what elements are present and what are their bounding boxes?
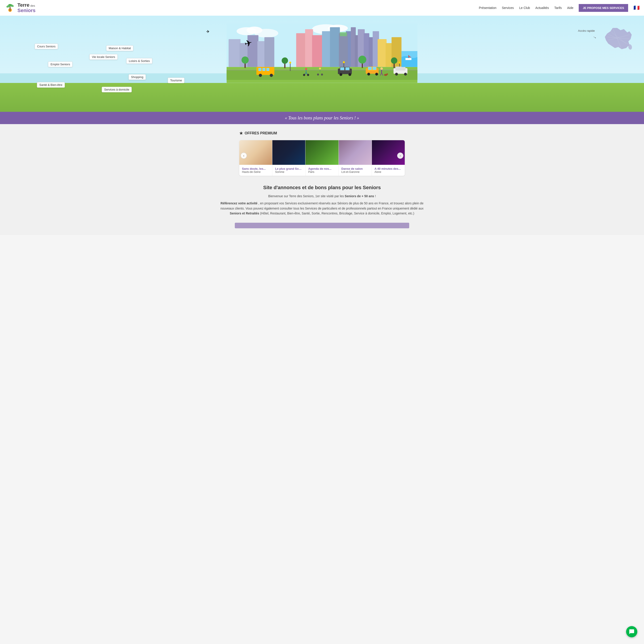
svg-rect-30: [378, 39, 387, 67]
svg-point-55: [259, 74, 262, 77]
label-vie-locale[interactable]: Vie locale Seniors: [89, 54, 118, 60]
svg-point-61: [339, 73, 342, 76]
svg-rect-16: [369, 37, 373, 67]
svg-rect-25: [312, 35, 323, 67]
svg-rect-65: [368, 67, 372, 70]
carousel-prev-button[interactable]: ‹: [241, 153, 247, 159]
carousel-title-5[interactable]: A 40 minutes des...: [375, 167, 402, 170]
svg-rect-29: [340, 32, 347, 36]
svg-point-62: [348, 73, 351, 76]
carousel-info-4: Danse de salon Lot-et-Garonne: [339, 165, 372, 176]
carousel: ‹ Sans doute, les... Hauts-de-Seine Le p…: [239, 140, 405, 176]
premium-section: ★ OFFRES PREMIUM ‹ Sans doute, les... Ha…: [235, 124, 409, 178]
carousel-img-3: [305, 140, 338, 165]
svg-rect-1: [10, 6, 11, 11]
carousel-info-2: Le plus grand Son... Somme: [272, 165, 305, 176]
logo-text: Terre des Seniors: [17, 2, 36, 13]
svg-point-88: [386, 73, 388, 75]
svg-rect-22: [264, 37, 274, 67]
carousel-img-4: [339, 140, 372, 165]
language-flag[interactable]: 🇫🇷: [633, 5, 640, 11]
premium-title: OFFRES PREMIUM: [245, 131, 277, 135]
nav-club[interactable]: Le Club: [519, 6, 530, 10]
svg-point-48: [343, 61, 345, 63]
label-shopping[interactable]: Shopping: [129, 74, 146, 80]
svg-rect-35: [227, 72, 417, 80]
nav-actualites[interactable]: Actualités: [535, 6, 549, 10]
svg-rect-60: [345, 68, 350, 70]
label-maison-habitat[interactable]: Maison & Habitat: [106, 45, 133, 51]
carousel-info-3: Agenda de nos... Paris: [305, 165, 338, 176]
svg-rect-52: [258, 68, 261, 71]
svg-rect-54: [266, 68, 269, 71]
svg-point-79: [319, 68, 321, 70]
carousel-location-1: Hauts-de-Seine: [242, 170, 269, 174]
svg-point-71: [395, 73, 398, 76]
svg-point-83: [380, 68, 383, 70]
svg-point-67: [367, 73, 370, 76]
svg-point-50: [398, 62, 400, 64]
svg-rect-53: [262, 68, 265, 71]
banner: « Tous les bons plans pour les Seniors !…: [0, 112, 644, 124]
carousel-next-button[interactable]: ›: [397, 153, 403, 159]
star-icon: ★: [239, 131, 243, 136]
nav-aide[interactable]: Aide: [567, 6, 573, 10]
acces-rapide-label: Accès rapide: [578, 29, 595, 32]
svg-rect-34: [227, 70, 417, 72]
description-section: Site d'annonces et de bons plans pour le…: [215, 185, 429, 216]
logo[interactable]: Terre des Seniors: [4, 2, 36, 13]
carousel-item-4: Danse de salon Lot-et-Garonne: [339, 140, 372, 176]
nav-services[interactable]: Services: [502, 6, 514, 10]
svg-rect-21: [257, 41, 265, 67]
city-illustration: [0, 23, 644, 83]
svg-rect-18: [229, 39, 240, 67]
carousel-location-5: Aisne: [375, 170, 402, 174]
france-map: [604, 27, 633, 51]
svg-point-68: [375, 73, 378, 76]
hero-ground: [0, 83, 644, 112]
svg-point-72: [404, 73, 407, 76]
carousel-info-5: A 40 minutes des... Aisne: [372, 165, 405, 176]
svg-point-44: [391, 57, 397, 64]
svg-rect-26: [322, 31, 331, 67]
desc-paragraph1: Bienvenue sur Terre des Seniors, 1er sit…: [219, 194, 425, 199]
label-emploi-seniors[interactable]: Emploi Seniors: [48, 61, 72, 67]
hero-section: Accès rapide → ✈ ✈ Cours Seniors Emploi …: [0, 16, 644, 112]
svg-point-56: [270, 74, 273, 77]
label-tourisme[interactable]: Tourisme: [168, 78, 184, 83]
svg-point-40: [282, 57, 288, 64]
svg-rect-27: [330, 27, 340, 67]
label-loisirs-sorties[interactable]: Loisirs & Sorties: [126, 58, 152, 64]
svg-rect-66: [373, 67, 376, 70]
header: Terre des Seniors Présentation Services …: [0, 0, 644, 16]
nav-presentation[interactable]: Présentation: [479, 6, 497, 10]
carousel-title-4[interactable]: Danse de salon: [341, 167, 369, 170]
svg-rect-90: [405, 58, 411, 60]
logo-icon: [4, 2, 16, 13]
nav: Présentation Services Le Club Actualités…: [479, 4, 640, 12]
svg-rect-31: [386, 43, 392, 67]
nav-tarifs[interactable]: Tarifs: [554, 6, 562, 10]
svg-point-77: [303, 74, 305, 76]
carousel-title-1[interactable]: Sans doute, les...: [242, 167, 269, 170]
main-content: ★ OFFRES PREMIUM ‹ Sans doute, les... Ha…: [0, 124, 644, 235]
svg-point-38: [241, 57, 249, 64]
carousel-item-2: Le plus grand Son... Somme: [272, 140, 305, 176]
svg-rect-70: [396, 67, 405, 71]
label-services-domicile[interactable]: Services à domicile: [102, 87, 132, 92]
cta-propose-button[interactable]: JE PROPOSE MES SERVICES: [579, 4, 628, 12]
carousel-location-3: Paris: [308, 170, 336, 174]
carousel-title-3[interactable]: Agenda de nos...: [308, 167, 336, 170]
svg-point-4: [8, 4, 12, 6]
carousel-img-2: [272, 140, 305, 165]
svg-point-46: [289, 62, 291, 64]
carousel-location-4: Lot-et-Garonne: [341, 170, 369, 174]
airplane-small: ✈: [206, 29, 210, 34]
carousel-track: Sans doute, les... Hauts-de-Seine Le plu…: [239, 140, 405, 176]
label-sante-bienetre[interactable]: Santé & Bien-être: [37, 82, 65, 88]
carousel-title-2[interactable]: Le plus grand Son...: [275, 167, 303, 170]
label-cours-seniors[interactable]: Cours Seniors: [35, 44, 58, 49]
desc-title: Site d'annonces et de bons plans pour le…: [219, 185, 425, 191]
bottom-band: [235, 223, 409, 228]
svg-rect-59: [340, 68, 344, 70]
